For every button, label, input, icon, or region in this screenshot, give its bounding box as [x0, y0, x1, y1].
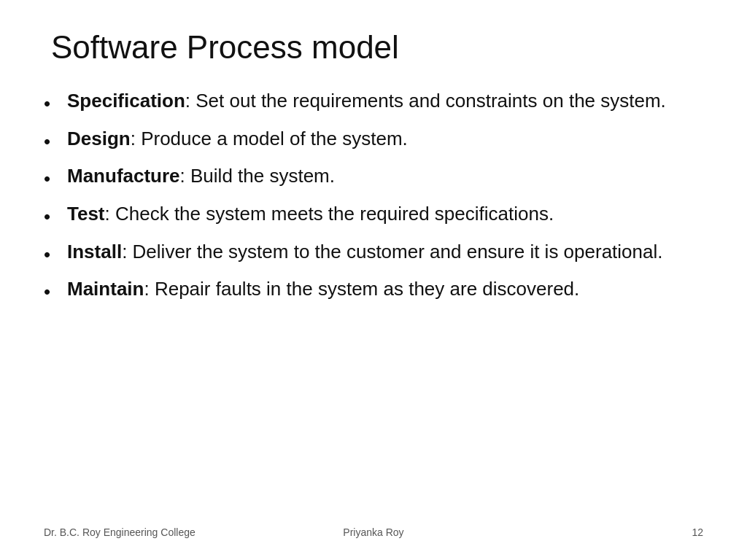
bullet-detail: : Deliver the system to the customer and…	[122, 241, 662, 262]
bullet-detail: : Check the system meets the required sp…	[105, 203, 554, 225]
bullet-term: Maintain	[67, 278, 144, 300]
bullet-text: Install: Deliver the system to the custo…	[67, 238, 703, 266]
bullet-dot: •	[44, 241, 58, 269]
bullet-text: Maintain: Repair faults in the system as…	[67, 276, 703, 303]
bullet-term: Install	[67, 241, 122, 262]
bullet-dot: •	[44, 128, 58, 156]
bullet-term: Specification	[67, 90, 185, 112]
slide-title: Software Process model	[44, 29, 703, 66]
bullet-text: Design: Produce a model of the system.	[67, 125, 703, 153]
footer: Dr. B.C. Roy Engineering College Priyank…	[44, 519, 703, 538]
footer-left: Dr. B.C. Roy Engineering College	[44, 526, 263, 538]
list-item: • Design: Produce a model of the system.	[44, 125, 703, 156]
list-item: • Manufacture: Build the system.	[44, 163, 703, 193]
list-item: • Install: Deliver the system to the cus…	[44, 238, 703, 269]
bullet-detail: : Build the system.	[180, 165, 335, 187]
footer-center: Priyanka Roy	[263, 526, 483, 538]
list-item: • Maintain: Repair faults in the system …	[44, 276, 703, 306]
bullet-dot: •	[44, 279, 58, 306]
footer-right: 12	[484, 526, 703, 538]
bullet-text: Manufacture: Build the system.	[67, 163, 703, 190]
bullet-text: Specification: Set out the requirements …	[67, 88, 703, 115]
bullet-dot: •	[44, 203, 58, 231]
bullet-list: • Specification: Set out the requirement…	[44, 88, 703, 519]
bullet-term: Design	[67, 128, 131, 149]
bullet-text: Test: Check the system meets the require…	[67, 201, 703, 228]
slide: Software Process model • Specification: …	[0, 0, 747, 560]
list-item: • Specification: Set out the requirement…	[44, 88, 703, 118]
bullet-detail: : Produce a model of the system.	[131, 128, 408, 149]
bullet-detail: : Set out the requirements and constrain…	[185, 90, 666, 112]
bullet-dot: •	[44, 90, 58, 118]
bullet-term: Manufacture	[67, 165, 180, 187]
bullet-detail: : Repair faults in the system as they ar…	[144, 278, 579, 300]
bullet-term: Test	[67, 203, 105, 225]
list-item: • Test: Check the system meets the requi…	[44, 201, 703, 231]
bullet-dot: •	[44, 166, 58, 193]
